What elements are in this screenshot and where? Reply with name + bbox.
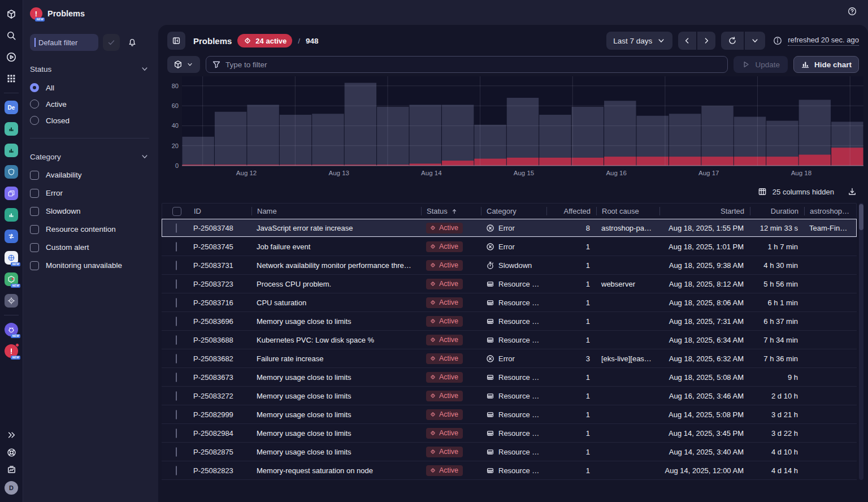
radio-button[interactable] <box>30 83 39 92</box>
time-range-button[interactable]: Last 7 days <box>606 32 672 50</box>
services-app-icon[interactable]: NEW <box>0 269 23 290</box>
table-row[interactable]: P-25082999Memory usage close to limitsAc… <box>162 405 857 424</box>
notebooks-app-icon[interactable] <box>0 118 23 140</box>
column-header-started[interactable]: Started <box>659 204 750 219</box>
next-range-button[interactable] <box>697 32 715 50</box>
column-header-affected[interactable]: Affected <box>546 204 596 219</box>
category-option-slowdown[interactable]: Slowdown <box>30 203 149 219</box>
table-row[interactable]: P-25083723Process CPU problem.ActiveReso… <box>162 275 857 293</box>
table-row[interactable]: P-25083673Memory usage close to limitsAc… <box>162 368 857 387</box>
settings-app-icon[interactable] <box>0 290 23 311</box>
security-app-icon[interactable] <box>0 161 23 183</box>
checkbox[interactable] <box>30 171 39 180</box>
row-checkbox[interactable] <box>176 223 177 233</box>
collapse-sidebar-button[interactable] <box>167 32 185 50</box>
previous-range-button[interactable] <box>678 32 696 50</box>
hide-chart-button[interactable]: Hide chart <box>793 56 859 73</box>
apps-grid-icon[interactable] <box>0 68 23 89</box>
checkbox[interactable] <box>30 189 39 198</box>
checkbox[interactable] <box>30 261 39 270</box>
category-option-error[interactable]: Error <box>30 185 149 201</box>
table-row[interactable]: P-25083748JavaScript error rate increase… <box>162 219 857 237</box>
table-filter-input[interactable]: Type to filter <box>206 56 728 73</box>
row-checkbox[interactable] <box>176 335 177 345</box>
save-filter-button[interactable] <box>103 34 120 51</box>
row-checkbox[interactable] <box>176 279 177 289</box>
select-all-checkbox[interactable] <box>166 204 188 219</box>
refresh-options-button[interactable] <box>745 32 765 50</box>
row-checkbox[interactable] <box>176 261 177 270</box>
column-header-id[interactable]: ID <box>188 204 251 219</box>
search-icon[interactable] <box>0 25 23 46</box>
category-option-custom-alert[interactable]: Custom alert <box>30 239 149 256</box>
deployments-app-icon[interactable]: De <box>0 97 23 118</box>
checkbox[interactable] <box>30 243 39 252</box>
column-header-status[interactable]: Status <box>421 204 481 219</box>
row-checkbox[interactable] <box>176 354 177 363</box>
category-option-monitoring-unavailable[interactable]: Monitoring unavailable <box>30 257 149 274</box>
radio-button[interactable] <box>30 116 39 125</box>
table-row[interactable]: P-25083696Memory usage close to limitsAc… <box>162 312 857 331</box>
table-row[interactable]: P-25083731Network availability monitor p… <box>162 256 857 275</box>
playback-icon[interactable] <box>0 46 23 68</box>
table-row[interactable]: P-25083688Kubernetes PVC: Low disk space… <box>162 331 857 349</box>
scope-selector-button[interactable] <box>167 56 200 73</box>
kubernetes-app-icon[interactable]: NEW <box>0 247 23 269</box>
column-header-duration[interactable]: Duration <box>750 204 804 219</box>
refreshed-status[interactable]: refreshed 20 sec. ago <box>788 36 859 46</box>
category-section-header[interactable]: Category <box>30 152 149 161</box>
row-checkbox[interactable] <box>176 373 177 382</box>
support-icon[interactable] <box>0 444 23 461</box>
status-section-header[interactable]: Status <box>30 64 149 73</box>
checkbox[interactable] <box>30 225 39 234</box>
table-scrollbar[interactable] <box>859 203 863 480</box>
analytics-app-icon[interactable] <box>0 204 23 226</box>
row-checkbox[interactable] <box>176 429 177 438</box>
row-checkbox[interactable] <box>176 391 177 401</box>
expand-rail-icon[interactable] <box>0 426 23 444</box>
status-option-closed[interactable]: Closed <box>30 113 149 128</box>
table-row[interactable]: P-25082875Memory usage close to limitsAc… <box>162 443 857 461</box>
update-button[interactable]: Update <box>734 56 788 73</box>
problems-app-icon[interactable]: NEW <box>0 340 23 362</box>
table-scrollbar-thumb[interactable] <box>859 204 863 230</box>
row-checkbox[interactable] <box>176 410 177 419</box>
account-avatar[interactable]: D <box>0 479 23 496</box>
filter-name-input[interactable]: Default filter <box>30 34 98 51</box>
row-checkbox[interactable] <box>176 466 177 475</box>
problems-chart[interactable]: 020406080Aug 12Aug 13Aug 14Aug 15Aug 16A… <box>167 76 859 183</box>
column-header-root_cause[interactable]: Root cause <box>596 204 659 219</box>
download-icon[interactable] <box>848 187 857 196</box>
table-row[interactable]: P-25083716CPU saturationActiveResource …… <box>162 293 857 312</box>
row-checkbox[interactable] <box>176 242 177 252</box>
category-option-resource-contention[interactable]: Resource contention <box>30 221 149 237</box>
row-checkbox[interactable] <box>176 317 177 326</box>
column-header-name[interactable]: Name <box>251 204 421 219</box>
dashboards-app-icon[interactable] <box>0 140 23 161</box>
columns-hidden-label[interactable]: 25 columns hidden <box>772 188 834 196</box>
status-option-all[interactable]: All <box>30 80 149 95</box>
checkbox[interactable] <box>30 207 39 216</box>
dynatrace-logo-icon[interactable] <box>0 3 23 25</box>
column-header-team[interactable]: astroshop… <box>804 204 856 219</box>
table-row[interactable]: P-25082823Memory-request saturation on n… <box>162 461 857 480</box>
insights-icon[interactable] <box>0 461 23 479</box>
table-row[interactable]: P-25083272Memory usage close to limitsAc… <box>162 387 857 405</box>
row-checkbox[interactable] <box>176 298 177 308</box>
table-row[interactable]: P-25083682Failure rate increaseActiveErr… <box>162 349 857 368</box>
category-option-availability[interactable]: Availability <box>30 167 149 183</box>
help-icon[interactable] <box>848 7 857 16</box>
table-columns-icon[interactable] <box>758 187 767 196</box>
refresh-button[interactable] <box>721 32 744 50</box>
radio-button[interactable] <box>30 99 39 109</box>
column-header-category[interactable]: Category <box>481 204 546 219</box>
table-row[interactable]: P-25082984Memory usage close to limitsAc… <box>162 424 857 443</box>
table-row[interactable]: P-25083745Job failure eventActiveError1A… <box>162 237 857 256</box>
status-option-active[interactable]: Active <box>30 97 149 111</box>
active-count-badge[interactable]: 24 active <box>237 34 292 47</box>
clouds-app-icon[interactable] <box>0 183 23 204</box>
davis-app-icon[interactable]: NEW <box>0 319 23 340</box>
notifications-bell-icon[interactable] <box>128 38 137 47</box>
row-checkbox[interactable] <box>176 447 177 457</box>
sync-app-icon[interactable] <box>0 226 23 247</box>
